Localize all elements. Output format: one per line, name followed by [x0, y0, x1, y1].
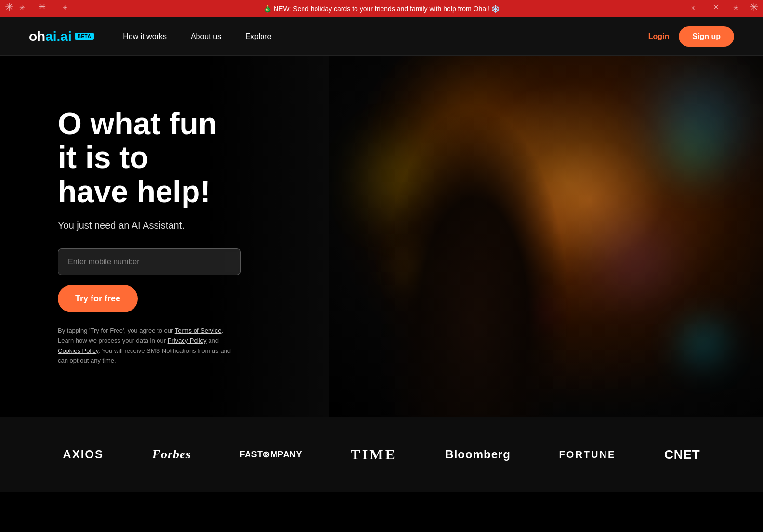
star-icon: ✳ [750, 1, 758, 13]
star-icon: ✳ [19, 4, 25, 12]
press-section: AXIOS Forbes FAST⊚MPANY TIME Bloomberg F… [0, 417, 763, 492]
beta-badge: BETA [75, 33, 94, 40]
press-logo-cnet: CNET [664, 447, 700, 462]
star-icon: ✳ [733, 4, 739, 12]
login-button[interactable]: Login [648, 32, 670, 41]
press-logo-fortune: FORTUNE [559, 449, 616, 460]
star-icon: ✳ [691, 5, 696, 12]
terms-text: By tapping 'Try for Free', you agree to … [58, 326, 231, 366]
banner-text: 🎄 NEW: Send holiday cards to your friend… [263, 5, 500, 13]
nav-about-us[interactable]: About us [191, 32, 221, 41]
star-icon: ✳ [5, 1, 13, 13]
press-logo-time: TIME [351, 446, 397, 463]
hero-background [329, 56, 763, 417]
privacy-policy-link[interactable]: Privacy Policy [168, 337, 207, 344]
nav-right: Login Sign up [648, 26, 734, 47]
star-icon: ✳ [63, 4, 67, 11]
terms-of-service-link[interactable]: Terms of Service [175, 327, 222, 334]
press-logo-bloomberg: Bloomberg [445, 448, 511, 461]
nav-links: How it works About us Explore [123, 32, 648, 41]
logo[interactable]: ohai.ai BETA [29, 29, 94, 44]
nav-explore[interactable]: Explore [245, 32, 271, 41]
press-logo-forbes: Forbes [152, 447, 191, 462]
press-logo-axios: AXIOS [63, 448, 104, 461]
signup-button[interactable]: Sign up [679, 26, 734, 47]
press-logo-fastcompany: FAST⊚MPANY [239, 449, 302, 460]
star-icon: ✳ [712, 2, 720, 13]
try-free-button[interactable]: Try for free [58, 285, 138, 312]
hero-title: O what fun it is to have help! [58, 107, 231, 208]
navbar: ohai.ai BETA How it works About us Explo… [0, 17, 763, 56]
top-banner: ✳ ✳ ✳ ✳ ✳ ✳ ✳ ✳ 🎄 NEW: Send holiday card… [0, 0, 763, 17]
hero-subtitle: You just need an AI Assistant. [58, 220, 231, 231]
star-icon: ✳ [39, 1, 46, 12]
cookies-policy-link[interactable]: Cookies Policy [58, 347, 98, 354]
nav-how-it-works[interactable]: How it works [123, 32, 167, 41]
hero-content: O what fun it is to have help! You just … [0, 68, 289, 404]
hero-section: O what fun it is to have help! You just … [0, 56, 763, 417]
phone-input[interactable] [58, 248, 241, 275]
